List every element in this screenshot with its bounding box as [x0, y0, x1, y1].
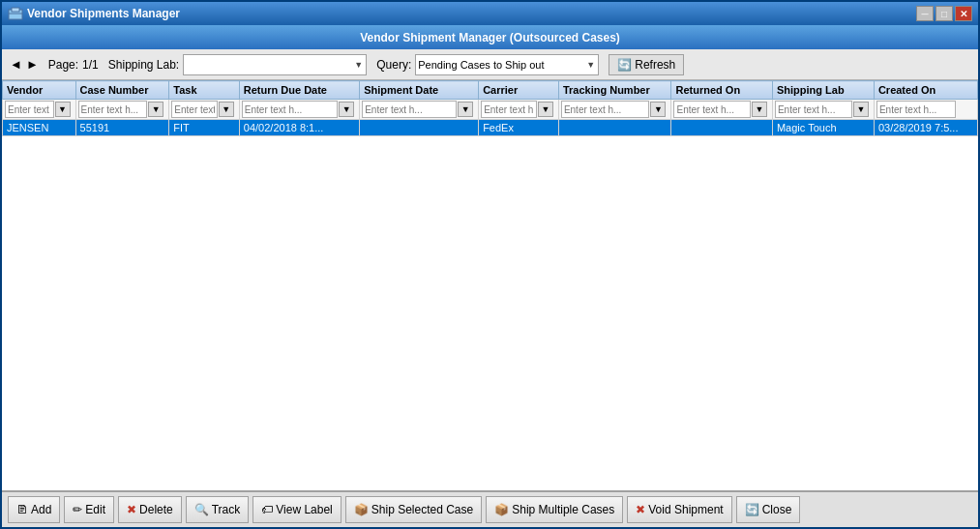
- filter-task[interactable]: [171, 101, 217, 118]
- refresh-icon: 🔄: [617, 58, 632, 72]
- filter-cell-carrier: ▼: [479, 100, 559, 120]
- header-title: Vendor Shipment Manager (Outsourced Case…: [360, 31, 620, 44]
- ship-multiple-button[interactable]: 📦 Ship Multiple Cases: [486, 496, 623, 523]
- filter-cell-vendor: ▼: [3, 100, 76, 120]
- cell-carrier: FedEx: [479, 120, 559, 136]
- main-window: Vendor Shipments Manager ─ □ ✕ Vendor Sh…: [0, 0, 980, 529]
- footer-bar: 🖹 Add ✏ Edit ✖ Delete 🔍 Track 🏷 View Lab…: [2, 490, 978, 527]
- filter-cell-returned: ▼: [671, 100, 772, 120]
- window-close-button[interactable]: ✕: [955, 6, 972, 21]
- filter-tracking-button[interactable]: ▼: [650, 102, 666, 117]
- refresh-button[interactable]: 🔄 Refresh: [609, 54, 684, 75]
- delete-button[interactable]: ✖ Delete: [118, 496, 182, 523]
- filter-returned-button[interactable]: ▼: [752, 102, 767, 117]
- add-icon: 🖹: [16, 503, 28, 516]
- filter-vendor[interactable]: [5, 101, 54, 118]
- shipping-lab-label: Shipping Lab:: [108, 58, 179, 72]
- edit-label: Edit: [85, 503, 105, 516]
- col-header-returned-on: Returned On: [671, 81, 772, 100]
- filter-shipdate-button[interactable]: ▼: [458, 102, 473, 117]
- cell-shipping-lab: Magic Touch: [772, 120, 874, 136]
- col-header-shipping-lab: Shipping Lab: [772, 81, 874, 100]
- col-header-tracking-number: Tracking Number: [558, 81, 671, 100]
- maximize-button[interactable]: □: [935, 6, 953, 21]
- filter-cell-return: ▼: [239, 100, 359, 120]
- ship-selected-button[interactable]: 📦 Ship Selected Case: [345, 496, 482, 523]
- filter-carrier-button[interactable]: ▼: [538, 102, 553, 117]
- col-header-shipment-date: Shipment Date: [360, 81, 479, 100]
- cell-task: FIT: [169, 120, 239, 136]
- svg-rect-1: [12, 8, 19, 12]
- delete-label: Delete: [139, 503, 173, 516]
- filter-case-number[interactable]: [78, 101, 148, 118]
- query-label: Query:: [376, 58, 411, 72]
- track-label: Track: [212, 503, 241, 516]
- col-header-created-on: Created On: [874, 81, 977, 100]
- nav-next-button[interactable]: ►: [26, 57, 39, 72]
- filter-created-on[interactable]: [876, 101, 956, 118]
- grid-container: Vendor Case Number Task Return Due Date …: [2, 80, 978, 490]
- data-table: Vendor Case Number Task Return Due Date …: [2, 80, 978, 136]
- view-label-label: View Label: [276, 503, 333, 516]
- void-shipment-button[interactable]: ✖ Void Shipment: [627, 496, 731, 523]
- cell-vendor: JENSEN: [3, 120, 76, 136]
- close-icon: 🔄: [745, 503, 759, 516]
- col-header-case-number: Case Number: [75, 81, 169, 100]
- filter-cell-created: [874, 100, 977, 120]
- filter-row: ▼ ▼ ▼: [3, 100, 978, 120]
- track-icon: 🔍: [194, 503, 209, 516]
- add-button[interactable]: 🖹 Add: [8, 496, 60, 523]
- close-label: Close: [762, 503, 792, 516]
- ship-selected-icon: 📦: [354, 503, 369, 516]
- track-button[interactable]: 🔍 Track: [186, 496, 250, 523]
- ship-multiple-label: Ship Multiple Cases: [512, 503, 614, 516]
- cell-shipment-date: [360, 120, 479, 136]
- filter-return-button[interactable]: ▼: [339, 102, 354, 117]
- edit-button[interactable]: ✏ Edit: [64, 496, 114, 523]
- delete-icon: ✖: [127, 503, 136, 516]
- filter-tracking-number[interactable]: [561, 101, 650, 118]
- col-header-carrier: Carrier: [479, 81, 559, 100]
- filter-return-due-date[interactable]: [242, 101, 338, 118]
- col-header-return-due-date: Return Due Date: [239, 81, 359, 100]
- filter-carrier[interactable]: [481, 101, 537, 118]
- void-shipment-label: Void Shipment: [648, 503, 723, 516]
- void-shipment-icon: ✖: [636, 503, 645, 516]
- filter-cell-tracking: ▼: [558, 100, 671, 120]
- page-value: 1/1: [82, 58, 99, 72]
- window-title: Vendor Shipments Manager: [27, 7, 180, 20]
- cell-tracking-number: [558, 120, 671, 136]
- filter-shipping-lab[interactable]: [775, 101, 852, 118]
- shipping-lab-select[interactable]: [183, 54, 367, 75]
- filter-task-button[interactable]: ▼: [219, 102, 234, 117]
- page-label: Page:: [48, 58, 78, 72]
- query-select[interactable]: Pending Cases to Ship out All Cases Ship…: [415, 54, 599, 75]
- ship-multiple-icon: 📦: [494, 503, 509, 516]
- filter-shippinglab-button[interactable]: ▼: [853, 102, 869, 117]
- minimize-button[interactable]: ─: [916, 6, 934, 21]
- filter-vendor-button[interactable]: ▼: [55, 102, 71, 117]
- cell-created-on: 03/28/2019 7:5...: [874, 120, 977, 136]
- filter-cell-task: ▼: [169, 100, 239, 120]
- cell-return-due-date: 04/02/2018 8:1...: [239, 120, 359, 136]
- title-bar: Vendor Shipments Manager ─ □ ✕: [2, 2, 978, 25]
- refresh-label: Refresh: [635, 58, 675, 72]
- col-header-vendor: Vendor: [3, 81, 76, 100]
- filter-shipment-date[interactable]: [362, 101, 457, 118]
- view-label-icon: 🏷: [261, 503, 273, 516]
- nav-prev-button[interactable]: ◄: [10, 57, 22, 72]
- header-row: Vendor Case Number Task Return Due Date …: [3, 81, 978, 100]
- filter-cell-shipdate: ▼: [360, 100, 479, 120]
- add-label: Add: [31, 503, 51, 516]
- view-label-button[interactable]: 🏷 View Label: [252, 496, 342, 523]
- cell-returned-on: [671, 120, 772, 136]
- filter-cell-shippinglab: ▼: [772, 100, 874, 120]
- table-row[interactable]: JENSEN 55191 FIT 04/02/2018 8:1... FedEx…: [3, 120, 978, 136]
- col-header-task: Task: [169, 81, 239, 100]
- ship-selected-label: Ship Selected Case: [371, 503, 473, 516]
- close-button[interactable]: 🔄 Close: [736, 496, 801, 523]
- filter-returned-on[interactable]: [673, 101, 750, 118]
- app-icon: [8, 6, 23, 21]
- filter-case-button[interactable]: ▼: [148, 102, 163, 117]
- cell-case-number: 55191: [75, 120, 169, 136]
